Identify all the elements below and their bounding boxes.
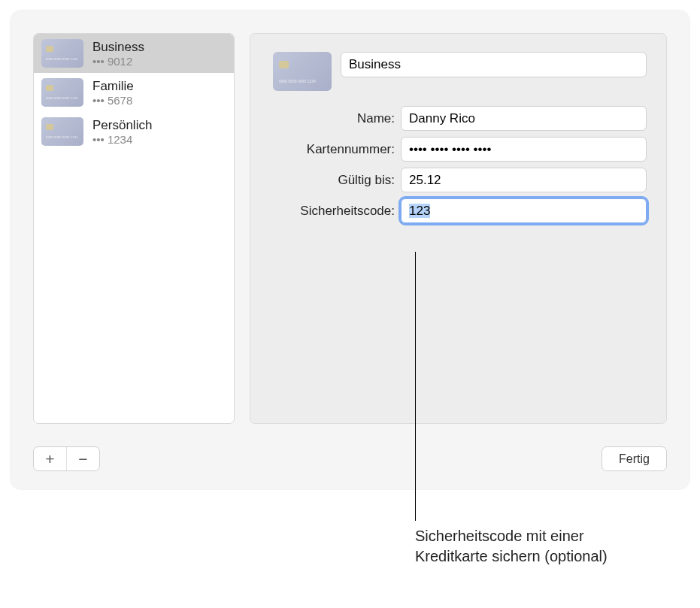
card-title-input[interactable] (341, 52, 647, 77)
card-item-last4: ••• 9012 (92, 55, 144, 68)
card-item-title: Persönlich (92, 118, 152, 133)
add-remove-group: + − (33, 446, 100, 471)
card-number-input[interactable] (401, 137, 647, 162)
card-item-title: Familie (92, 79, 134, 94)
minus-icon: − (78, 451, 87, 467)
card-item-last4: ••• 1234 (92, 133, 152, 146)
card-item-text: Familie ••• 5678 (92, 79, 134, 107)
plus-icon: + (45, 451, 54, 467)
add-button[interactable]: + (34, 447, 66, 470)
card-list-item[interactable]: Persönlich ••• 1234 (34, 112, 234, 151)
done-button[interactable]: Fertig (602, 446, 667, 471)
fields-grid: Name: Kartennummer: Gültig bis: Sicherhe… (273, 106, 647, 223)
card-item-text: Persönlich ••• 1234 (92, 118, 152, 146)
name-label: Name: (273, 111, 401, 126)
card-list-item[interactable]: Business ••• 9012 (34, 34, 234, 73)
security-code-value: 123 (409, 204, 430, 218)
card-number-label: Kartennummer: (273, 142, 401, 157)
security-code-input[interactable]: 123 (401, 198, 647, 223)
card-item-title: Business (92, 40, 144, 55)
credit-card-icon (41, 39, 83, 68)
bottom-bar: + − Fertig (33, 446, 667, 471)
callout-line (415, 252, 416, 521)
content-area: Business ••• 9012 Familie ••• 5678 Persö… (33, 33, 667, 424)
expires-label: Gültig bis: (273, 173, 401, 188)
title-row (273, 52, 647, 91)
security-code-label: Sicherheitscode: (273, 204, 401, 219)
expires-input[interactable] (401, 168, 647, 192)
autofill-card-window: Business ••• 9012 Familie ••• 5678 Persö… (11, 11, 689, 489)
credit-card-icon (41, 78, 83, 107)
callout-text: Sicherheitscode mit einer Kreditkarte si… (415, 526, 611, 567)
card-item-text: Business ••• 9012 (92, 40, 144, 68)
remove-button[interactable]: − (67, 447, 99, 470)
credit-card-icon (41, 117, 83, 146)
name-input[interactable] (401, 106, 647, 131)
card-item-last4: ••• 5678 (92, 94, 134, 107)
card-list: Business ••• 9012 Familie ••• 5678 Persö… (33, 33, 235, 424)
card-detail-panel: Name: Kartennummer: Gültig bis: Sicherhe… (250, 33, 667, 424)
card-list-item[interactable]: Familie ••• 5678 (34, 73, 234, 112)
credit-card-icon (273, 52, 332, 91)
